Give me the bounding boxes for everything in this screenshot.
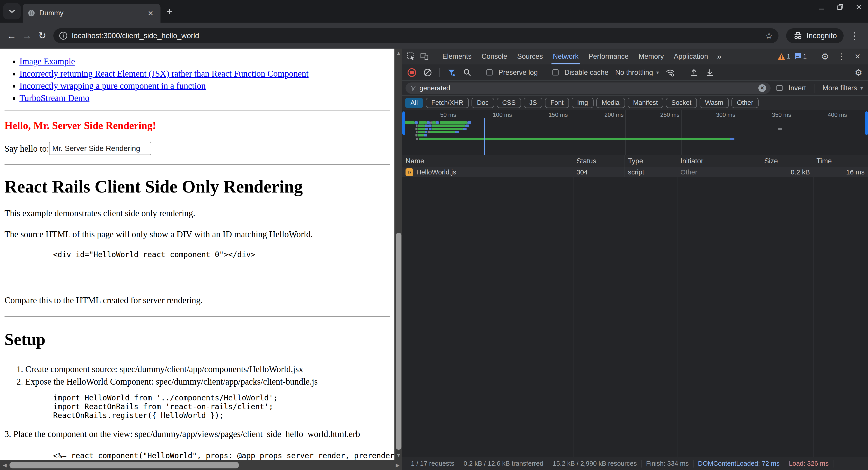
horizontal-scrollbar[interactable]: ◀ ▶: [0, 460, 402, 470]
warnings-badge[interactable]: 1: [777, 53, 790, 60]
record-network-log-button[interactable]: [405, 66, 418, 79]
clear-filter-icon[interactable]: ✕: [758, 84, 766, 92]
page-link[interactable]: Image Example: [20, 57, 75, 66]
network-filter-bar: generated ✕ Invert More filters ▾: [402, 81, 868, 96]
devtools-tab[interactable]: Application: [669, 49, 713, 64]
hscroll-thumb[interactable]: [9, 462, 239, 468]
vscroll-thumb[interactable]: [396, 233, 401, 450]
devtools-tab[interactable]: Performance: [583, 49, 633, 64]
divider: [545, 68, 545, 77]
toggle-device-toolbar-button[interactable]: [418, 50, 431, 63]
devtools-tab[interactable]: Memory: [633, 49, 669, 64]
divider: [434, 52, 434, 61]
inspect-cursor-icon: [406, 52, 415, 61]
filter-chip[interactable]: Img: [572, 98, 593, 108]
issues-badge[interactable]: 1: [794, 53, 807, 60]
filter-chip[interactable]: Socket: [666, 98, 697, 108]
filter-input[interactable]: generated ✕: [405, 83, 771, 94]
scroll-right-icon[interactable]: ▶: [393, 460, 402, 470]
network-overview[interactable]: 50 ms100 ms150 ms200 ms250 ms300 ms350 m…: [402, 110, 868, 155]
device-toolbar-icon: [420, 52, 429, 61]
devtools-close-icon[interactable]: ✕: [851, 50, 864, 63]
back-button[interactable]: ←: [5, 29, 18, 42]
new-tab-button[interactable]: +: [162, 4, 177, 19]
filter-chip[interactable]: JS: [524, 98, 542, 108]
url-text[interactable]: localhost:3000/client_side_hello_world: [72, 31, 761, 40]
filter-value[interactable]: generated: [420, 84, 755, 92]
name-input[interactable]: [49, 142, 151, 155]
devtools-settings-icon[interactable]: ⚙: [819, 50, 831, 63]
network-conditions-button[interactable]: [664, 66, 677, 79]
overview-left-handle[interactable]: [402, 112, 405, 135]
devtools-tab[interactable]: Elements: [437, 49, 476, 64]
filter-chip[interactable]: CSS: [497, 98, 521, 108]
filter-chip[interactable]: Media: [596, 98, 625, 108]
network-settings-icon[interactable]: ⚙: [852, 66, 865, 79]
reload-button[interactable]: ↻: [36, 29, 49, 42]
disable-cache-checkbox[interactable]: Disable cache: [551, 68, 610, 76]
overview-right-handle[interactable]: [865, 112, 868, 135]
clear-network-log-button[interactable]: [421, 66, 434, 79]
devtools-tab[interactable]: Sources: [512, 49, 548, 64]
message-icon: [794, 53, 802, 60]
vertical-scrollbar[interactable]: ▲ ▼: [395, 49, 402, 460]
minimize-icon[interactable]: [818, 3, 826, 11]
scroll-down-icon[interactable]: ▼: [395, 451, 403, 460]
divider: [439, 68, 440, 77]
column-header[interactable]: Size: [761, 155, 813, 167]
column-header[interactable]: Time: [813, 155, 868, 167]
devtools-tab[interactable]: Network: [548, 49, 584, 64]
page-link[interactable]: TurboStream Demo: [20, 93, 89, 103]
close-window-icon[interactable]: [855, 3, 863, 11]
browser-tab[interactable]: Dummy ✕: [23, 4, 160, 23]
forward-button[interactable]: →: [20, 29, 33, 42]
filter-chip[interactable]: Other: [732, 98, 759, 108]
filter-toggle-button[interactable]: [445, 66, 458, 79]
more-filters-dropdown[interactable]: More filters ▾: [821, 84, 865, 92]
devtools-tab[interactable]: Console: [476, 49, 512, 64]
restore-icon[interactable]: [836, 3, 844, 11]
list-item: Expose the HelloWorld Component: spec/du…: [25, 376, 390, 387]
tab-search-button[interactable]: [3, 3, 21, 20]
column-header[interactable]: Initiator: [677, 155, 761, 167]
import-har-button[interactable]: [688, 66, 700, 79]
upload-icon: [690, 68, 698, 77]
dcl-marker: [484, 118, 485, 155]
bookmark-star-icon[interactable]: ☆: [765, 31, 773, 41]
checkbox[interactable]: [776, 85, 782, 91]
globe-favicon-icon: [28, 9, 35, 17]
preserve-log-checkbox[interactable]: Preserve log: [485, 68, 539, 76]
scroll-up-icon[interactable]: ▲: [395, 49, 403, 58]
export-har-button[interactable]: [704, 66, 716, 79]
tab-close-icon[interactable]: ✕: [146, 8, 156, 18]
incognito-icon: [793, 31, 803, 40]
table-row[interactable]: ‹›HelloWorld.js 304 script Other 0.2 kB …: [402, 167, 868, 177]
window-controls: [818, 3, 863, 11]
filter-chip[interactable]: Doc: [471, 98, 494, 108]
column-header[interactable]: Status: [573, 155, 625, 167]
status-item-wrap: Finish: 334 ms: [642, 460, 693, 468]
column-header[interactable]: Name: [402, 155, 573, 167]
scroll-left-icon[interactable]: ◀: [0, 460, 9, 470]
inspect-element-button[interactable]: [405, 50, 417, 63]
search-button[interactable]: [461, 66, 473, 79]
filter-chip[interactable]: Fetch/XHR: [426, 98, 469, 108]
checkbox[interactable]: [487, 69, 493, 75]
filter-chip[interactable]: All: [405, 98, 423, 108]
devtools-menu-icon[interactable]: ⋮: [835, 50, 848, 63]
page-link[interactable]: Incorrectly wrapping a pure component in…: [20, 81, 206, 91]
filter-chip[interactable]: Wasm: [700, 98, 729, 108]
invert-checkbox[interactable]: Invert: [775, 84, 808, 92]
checkbox[interactable]: [553, 69, 559, 75]
address-bar[interactable]: localhost:3000/client_side_hello_world ☆: [53, 28, 778, 43]
more-tabs-icon[interactable]: »: [714, 52, 725, 61]
filter-chip[interactable]: Manifest: [628, 98, 663, 108]
throttling-dropdown[interactable]: No throttling ▾: [614, 68, 661, 76]
column-header[interactable]: Type: [625, 155, 677, 167]
page-link[interactable]: Incorrectly returning React Element (JSX…: [20, 69, 309, 79]
size-cell: 0.2 kB: [761, 167, 813, 177]
browser-menu-icon[interactable]: ⋮: [846, 31, 863, 41]
site-info-icon[interactable]: [59, 31, 68, 40]
initiator-cell: Other: [677, 167, 761, 177]
filter-chip[interactable]: Font: [545, 98, 569, 108]
